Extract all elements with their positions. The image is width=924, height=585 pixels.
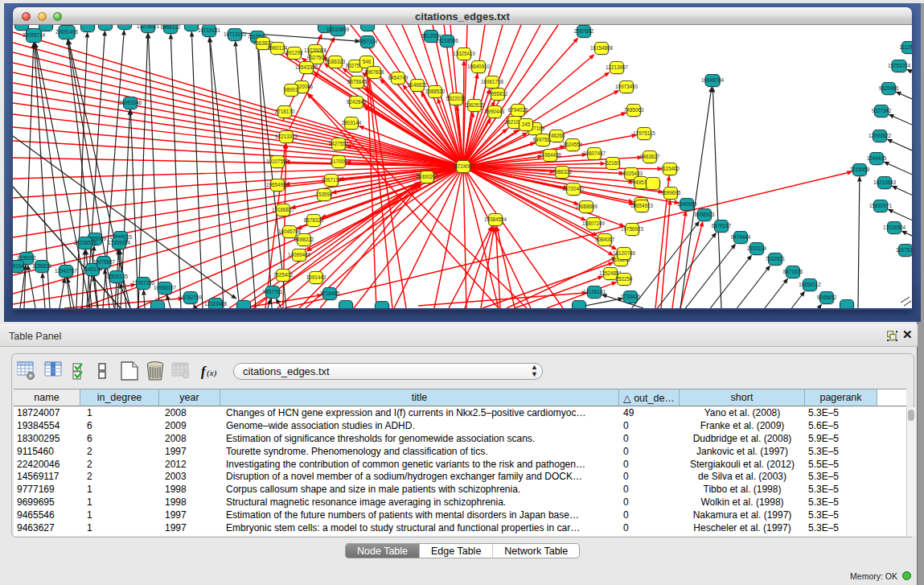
svg-text:9245652: 9245652 (817, 295, 837, 300)
svg-text:8427552: 8427552 (329, 141, 349, 146)
svg-text:9327503: 9327503 (307, 55, 327, 60)
svg-text:19756923: 19756923 (621, 226, 644, 232)
svg-text:15692971: 15692971 (869, 203, 893, 208)
svg-text:20053346: 20053346 (119, 100, 142, 105)
svg-text:2087682: 2087682 (574, 28, 594, 34)
svg-text:39154: 39154 (13, 263, 24, 269)
svg-text:2933114: 2933114 (747, 245, 767, 251)
svg-text:20691406: 20691406 (55, 29, 79, 35)
svg-text:9084067: 9084067 (595, 237, 615, 242)
svg-text:8186323: 8186323 (326, 59, 346, 64)
svg-text:8471676: 8471676 (783, 269, 803, 274)
svg-text:19384554: 19384554 (484, 216, 507, 222)
svg-text:1112854: 1112854 (899, 44, 912, 50)
svg-text:16210643: 16210643 (873, 179, 897, 185)
svg-text:5875645: 5875645 (347, 79, 368, 84)
svg-text:9242848: 9242848 (347, 99, 367, 105)
svg-text:16648784: 16648784 (701, 77, 725, 83)
svg-text:3716485: 3716485 (320, 290, 340, 296)
svg-text:30975887: 30975887 (92, 259, 116, 265)
svg-text:15751074: 15751074 (888, 63, 911, 68)
svg-text:10025433: 10025433 (620, 171, 643, 176)
svg-text:1733426: 1733426 (621, 294, 641, 299)
svg-text:16782759: 16782759 (179, 295, 203, 300)
svg-text:10973493: 10973493 (615, 84, 639, 89)
svg-text:12505135: 12505135 (105, 274, 129, 279)
svg-text:746266: 746266 (548, 133, 565, 138)
svg-text:546: 546 (363, 59, 372, 64)
svg-text:19218506: 19218506 (436, 38, 459, 43)
svg-text:8938923: 8938923 (695, 212, 715, 217)
svg-text:8960124: 8960124 (268, 45, 288, 51)
svg-text:1167533: 1167533 (896, 247, 912, 253)
svg-text:19654923: 19654923 (630, 203, 654, 208)
svg-text:98901: 98901 (284, 87, 298, 93)
svg-text:1156829: 1156829 (32, 263, 52, 269)
svg-text:7625402: 7625402 (273, 272, 294, 278)
svg-text:5322037: 5322037 (446, 96, 466, 101)
svg-text:12093822: 12093822 (869, 133, 892, 138)
svg-text:5498222: 5498222 (294, 237, 314, 242)
svg-text:417006: 417006 (330, 159, 347, 164)
svg-text:13325419: 13325419 (453, 51, 476, 56)
svg-text:(x): (x) (207, 368, 217, 378)
svg-text:891295: 891295 (285, 50, 303, 56)
svg-text:8990448: 8990448 (485, 109, 505, 114)
svg-text:7955812: 7955812 (488, 91, 508, 97)
svg-text:3215958: 3215958 (850, 167, 870, 172)
svg-text:18807249: 18807249 (582, 220, 606, 226)
svg-text:2803144: 2803144 (342, 120, 362, 126)
svg-text:14099489: 14099489 (288, 252, 311, 257)
svg-text:10807487: 10807487 (583, 150, 606, 156)
svg-text:16543382: 16543382 (295, 64, 318, 70)
svg-text:8454749: 8454749 (388, 75, 409, 80)
svg-text:16120746: 16120746 (613, 250, 636, 256)
svg-text:13276021: 13276021 (137, 25, 160, 29)
svg-text:9463627: 9463627 (640, 154, 660, 159)
svg-text:12213319: 12213319 (275, 134, 298, 139)
svg-text:12975115: 12975115 (633, 130, 655, 136)
svg-text:9115460: 9115460 (660, 166, 680, 171)
svg-text:9699695: 9699695 (661, 190, 681, 196)
svg-text:12942757: 12942757 (55, 268, 78, 274)
svg-text:10654112: 10654112 (799, 282, 821, 287)
svg-text:9329966: 9329966 (879, 85, 899, 91)
svg-text:3267130: 3267130 (322, 177, 342, 183)
svg-text:20364436: 20364436 (539, 152, 562, 158)
svg-text:6679197: 6679197 (712, 223, 732, 229)
svg-text:16046798: 16046798 (278, 229, 302, 234)
svg-text:10719181: 10719181 (198, 27, 221, 33)
svg-text:252254: 252254 (615, 276, 633, 282)
svg-text:18724007: 18724007 (452, 163, 475, 169)
svg-text:15720407: 15720407 (562, 186, 585, 192)
svg-text:12213967: 12213967 (606, 64, 629, 70)
svg-text:8578333: 8578333 (304, 217, 324, 223)
svg-text:16713155: 16713155 (224, 31, 247, 37)
svg-text:16033809: 16033809 (326, 27, 350, 32)
svg-text:20206576: 20206576 (74, 240, 97, 245)
svg-text:245: 245 (522, 122, 531, 127)
svg-text:62160: 62160 (606, 160, 620, 166)
svg-text:1244415: 1244415 (867, 155, 887, 161)
svg-text:7986322: 7986322 (552, 169, 573, 175)
svg-text:17957255: 17957255 (132, 280, 155, 286)
svg-text:9227342: 9227342 (872, 108, 892, 113)
svg-text:25300203: 25300203 (416, 174, 439, 179)
svg-text:9474444: 9474444 (731, 234, 751, 240)
svg-text:16640910: 16640910 (467, 64, 491, 69)
svg-text:10688609: 10688609 (575, 204, 598, 209)
svg-text:19166827: 19166827 (272, 207, 295, 212)
svg-text:1640959: 1640959 (677, 201, 697, 207)
svg-text:7632621: 7632621 (766, 256, 786, 262)
svg-text:9146821: 9146821 (408, 82, 428, 88)
svg-text:16154808: 16154808 (590, 45, 614, 51)
svg-text:6794028: 6794028 (508, 107, 528, 113)
svg-text:1588520: 1588520 (425, 89, 446, 94)
svg-text:7857224: 7857224 (358, 39, 378, 44)
svg-text:12323468: 12323468 (204, 301, 228, 307)
svg-text:7485063: 7485063 (624, 107, 644, 113)
svg-text:153594: 153594 (315, 192, 333, 197)
svg-text:10958107: 10958107 (154, 285, 177, 290)
svg-text:1362615: 1362615 (465, 102, 485, 108)
svg-text:17016504: 17016504 (883, 225, 906, 230)
